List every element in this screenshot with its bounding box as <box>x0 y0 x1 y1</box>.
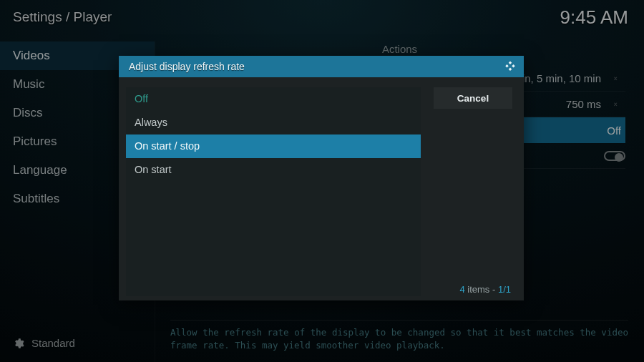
dialog-body: Off Always On start / stop On start Canc… <box>119 77 524 300</box>
cancel-button[interactable]: Cancel <box>434 87 512 109</box>
dialog-option-off[interactable]: Off <box>126 87 421 111</box>
kodi-logo-icon <box>504 60 517 73</box>
dialog-page: 1/1 <box>498 284 511 295</box>
dialog-option-on-start[interactable]: On start <box>126 158 421 182</box>
dialog-option-on-start-stop[interactable]: On start / stop <box>126 134 421 158</box>
dialog-title: Adjust display refresh rate <box>129 61 245 72</box>
dialog-title-bar: Adjust display refresh rate <box>119 56 524 77</box>
dialog-footer: 4 items - 1/1 <box>459 284 511 295</box>
dialog-count: 4 <box>459 284 464 295</box>
dialog-refresh-rate: Adjust display refresh rate Off Always O… <box>119 56 524 300</box>
dialog-option-list: Off Always On start / stop On start <box>126 87 421 296</box>
dialog-side: Cancel <box>434 87 512 296</box>
dialog-items-word: items - <box>465 284 498 295</box>
dialog-option-always[interactable]: Always <box>126 111 421 134</box>
